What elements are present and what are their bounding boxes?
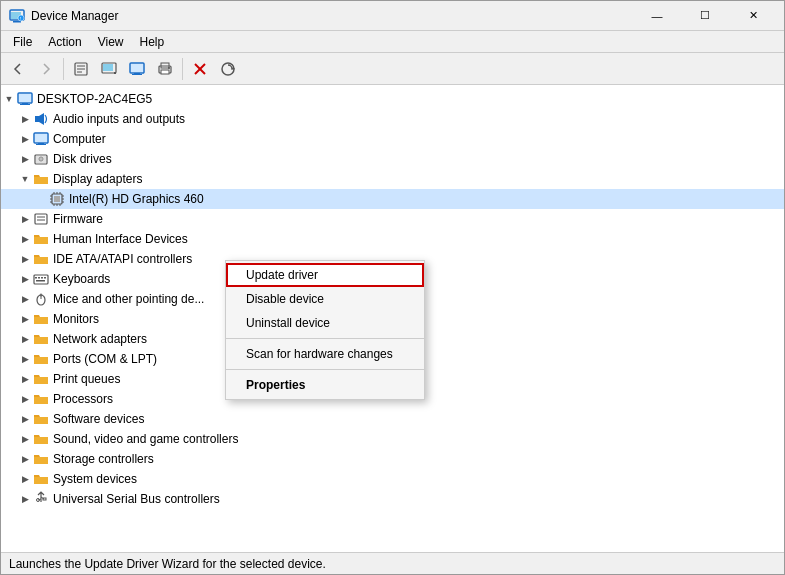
storage-label: Storage controllers bbox=[53, 452, 154, 466]
ide-expand-icon[interactable]: ▶ bbox=[17, 251, 33, 267]
print-icon bbox=[33, 371, 49, 387]
ports-icon bbox=[33, 351, 49, 367]
close-button[interactable]: ✕ bbox=[730, 1, 776, 31]
context-menu-separator-1 bbox=[226, 338, 424, 339]
svg-rect-10 bbox=[103, 64, 113, 71]
intel-chip-icon bbox=[49, 191, 65, 207]
status-text: Launches the Update Driver Wizard for th… bbox=[9, 557, 326, 571]
tree-item-system[interactable]: ▶ System devices bbox=[1, 469, 784, 489]
svg-rect-59 bbox=[44, 277, 46, 279]
menu-help[interactable]: Help bbox=[132, 33, 173, 51]
print-toolbar-button[interactable] bbox=[152, 56, 178, 82]
context-menu-separator-2 bbox=[226, 369, 424, 370]
sound-expand-icon[interactable]: ▶ bbox=[17, 431, 33, 447]
root-label: DESKTOP-2AC4EG5 bbox=[37, 92, 152, 106]
software-icon bbox=[33, 411, 49, 427]
intel-expand-placeholder bbox=[33, 191, 49, 207]
device-manager-window: ! Device Manager — ☐ ✕ File Action View … bbox=[0, 0, 785, 575]
tree-item-disk[interactable]: ▶ Disk drives bbox=[1, 149, 784, 169]
keyboards-expand-icon[interactable]: ▶ bbox=[17, 271, 33, 287]
computer-label: Computer bbox=[53, 132, 106, 146]
network-icon bbox=[33, 331, 49, 347]
svg-rect-57 bbox=[38, 277, 40, 279]
monitors-icon bbox=[33, 311, 49, 327]
menu-action[interactable]: Action bbox=[40, 33, 89, 51]
window-controls: — ☐ ✕ bbox=[634, 1, 776, 31]
tree-item-software[interactable]: ▶ Software devices bbox=[1, 409, 784, 429]
tree-item-hid[interactable]: ▶ Human Interface Devices bbox=[1, 229, 784, 249]
computer-toolbar-button[interactable] bbox=[124, 56, 150, 82]
svg-rect-31 bbox=[35, 134, 47, 142]
hid-label: Human Interface Devices bbox=[53, 232, 188, 246]
mice-expand-icon[interactable]: ▶ bbox=[17, 291, 33, 307]
tree-item-display[interactable]: ▼ Display adapters bbox=[1, 169, 784, 189]
svg-rect-56 bbox=[35, 277, 37, 279]
monitors-expand-icon[interactable]: ▶ bbox=[17, 311, 33, 327]
processors-expand-icon[interactable]: ▶ bbox=[17, 391, 33, 407]
maximize-button[interactable]: ☐ bbox=[682, 1, 728, 31]
processors-label: Processors bbox=[53, 392, 113, 406]
tree-item-usb[interactable]: ▶ Universal Serial Bus controllers bbox=[1, 489, 784, 509]
svg-rect-1 bbox=[13, 21, 21, 23]
audio-expand-icon[interactable]: ▶ bbox=[17, 111, 33, 127]
root-expand-icon[interactable]: ▼ bbox=[1, 91, 17, 107]
svg-rect-33 bbox=[36, 144, 46, 145]
context-menu-uninstall[interactable]: Uninstall device bbox=[226, 311, 424, 335]
storage-icon bbox=[33, 451, 49, 467]
ports-expand-icon[interactable]: ▶ bbox=[17, 351, 33, 367]
system-expand-icon[interactable]: ▶ bbox=[17, 471, 33, 487]
firmware-expand-icon[interactable]: ▶ bbox=[17, 211, 33, 227]
svg-rect-27 bbox=[20, 104, 30, 105]
delete-toolbar-button[interactable] bbox=[187, 56, 213, 82]
print-expand-icon[interactable]: ▶ bbox=[17, 371, 33, 387]
title-bar: ! Device Manager — ☐ ✕ bbox=[1, 1, 784, 31]
computer-expand-icon[interactable]: ▶ bbox=[17, 131, 33, 147]
keyboards-icon bbox=[33, 271, 49, 287]
minimize-button[interactable]: — bbox=[634, 1, 680, 31]
tree-item-firmware[interactable]: ▶ Firmware bbox=[1, 209, 784, 229]
svg-rect-52 bbox=[35, 214, 47, 224]
processors-icon bbox=[33, 391, 49, 407]
tree-root[interactable]: ▼ DESKTOP-2AC4EG5 bbox=[1, 89, 784, 109]
usb-label: Universal Serial Bus controllers bbox=[53, 492, 220, 506]
menu-view[interactable]: View bbox=[90, 33, 132, 51]
monitors-label: Monitors bbox=[53, 312, 99, 326]
display-expand-icon[interactable]: ▼ bbox=[17, 171, 33, 187]
properties-toolbar-button[interactable] bbox=[68, 56, 94, 82]
context-menu-disable[interactable]: Disable device bbox=[226, 287, 424, 311]
mice-icon bbox=[33, 291, 49, 307]
separator-2 bbox=[182, 58, 183, 80]
svg-rect-25 bbox=[19, 94, 31, 102]
disk-expand-icon[interactable]: ▶ bbox=[17, 151, 33, 167]
status-bar: Launches the Update Driver Wizard for th… bbox=[1, 552, 784, 574]
audio-label: Audio inputs and outputs bbox=[53, 112, 185, 126]
menu-bar: File Action View Help bbox=[1, 31, 784, 53]
svg-point-19 bbox=[168, 67, 170, 69]
menu-file[interactable]: File bbox=[5, 33, 40, 51]
hid-icon bbox=[33, 231, 49, 247]
context-menu-update[interactable]: Update driver bbox=[226, 263, 424, 287]
audio-icon bbox=[33, 111, 49, 127]
tree-item-computer[interactable]: ▶ Computer bbox=[1, 129, 784, 149]
storage-expand-icon[interactable]: ▶ bbox=[17, 451, 33, 467]
usb-expand-icon[interactable]: ▶ bbox=[17, 491, 33, 507]
context-menu-scan[interactable]: Scan for hardware changes bbox=[226, 342, 424, 366]
sound-icon bbox=[33, 431, 49, 447]
scan-toolbar-button[interactable] bbox=[215, 56, 241, 82]
back-button[interactable] bbox=[5, 56, 31, 82]
forward-button[interactable] bbox=[33, 56, 59, 82]
sound-label: Sound, video and game controllers bbox=[53, 432, 238, 446]
software-expand-icon[interactable]: ▶ bbox=[17, 411, 33, 427]
tree-item-intel[interactable]: Intel(R) HD Graphics 460 bbox=[1, 189, 784, 209]
network-expand-icon[interactable]: ▶ bbox=[17, 331, 33, 347]
context-menu-properties[interactable]: Properties bbox=[226, 373, 424, 397]
tree-item-storage[interactable]: ▶ Storage controllers bbox=[1, 449, 784, 469]
update-driver-toolbar-button[interactable] bbox=[96, 56, 122, 82]
separator-1 bbox=[63, 58, 64, 80]
hid-expand-icon[interactable]: ▶ bbox=[17, 231, 33, 247]
tree-item-audio[interactable]: ▶ Audio inputs and outputs bbox=[1, 109, 784, 129]
ide-label: IDE ATA/ATAPI controllers bbox=[53, 252, 192, 266]
usb-icon bbox=[33, 491, 49, 507]
software-label: Software devices bbox=[53, 412, 144, 426]
tree-item-sound[interactable]: ▶ Sound, video and game controllers bbox=[1, 429, 784, 449]
